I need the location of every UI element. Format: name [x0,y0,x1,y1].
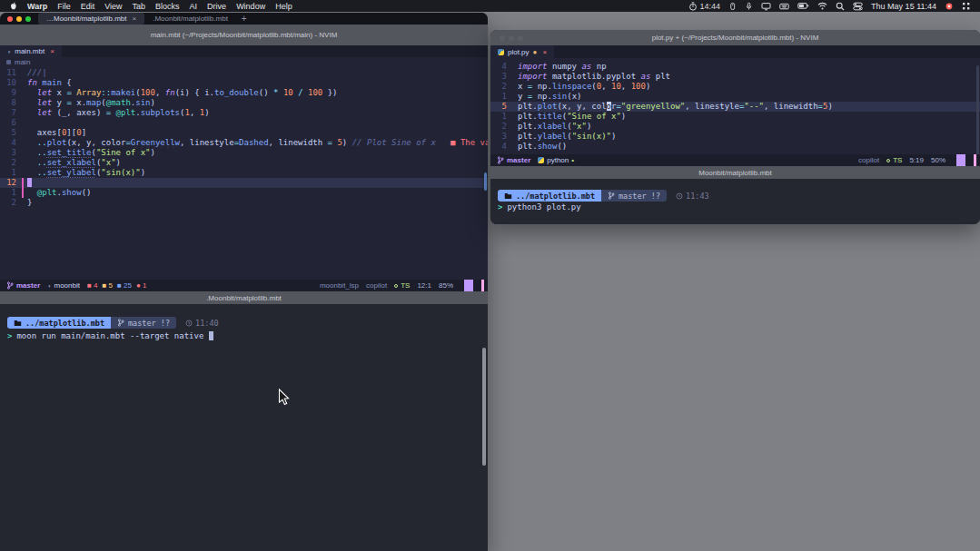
code-line[interactable]: 3 ..set_title("Sine of x") [0,148,488,158]
buffer-tab-plot-py[interactable]: plot.py ● × [490,45,554,58]
zoom-window-button [518,35,523,41]
code-line[interactable]: 12 [0,178,488,188]
menu-window[interactable]: Window [236,2,265,11]
code-line[interactable]: 8 let y = x.map(@math.sin) [0,98,488,108]
pane-title-text: Moonbit/matplotlib.mbt [698,169,771,177]
search-icon[interactable] [836,2,845,11]
buffer-tab-main-mbt[interactable]: ◗ main.mbt × [0,45,62,57]
code-line[interactable]: 4plt.show() [490,142,980,152]
editor-left[interactable]: ◗ main.mbt × main 11///|10fn main {9 let… [0,45,488,280]
line-number: 8 [0,98,22,108]
line-number: 4 [0,138,22,148]
code-line[interactable]: 11///| [0,68,488,78]
prompt-git-segment: master !? [601,190,667,202]
buffer-close-icon[interactable]: × [50,47,54,55]
editor-scrollbar-thumb[interactable] [976,65,979,154]
buffer-close-icon[interactable]: × [542,48,547,56]
code-line[interactable]: 3import matplotlib.pyplot as plt [490,72,980,82]
terminal-right[interactable]: ../matplotlib.mbt master !? 11:43 >pytho… [490,179,980,224]
python-icon [538,157,544,163]
code-line[interactable]: 2plt.xlabel("x") [490,122,980,132]
code-line[interactable]: 5 axes[0][0] [0,128,488,138]
wifi-icon[interactable] [817,2,827,10]
code-line[interactable]: 3plt.ylabel("sin(x)") [490,132,980,142]
grid-icon[interactable] [962,2,971,11]
screen-record-icon[interactable] [945,2,954,11]
menu-drive[interactable]: Drive [207,2,226,11]
cursor-position: 12:1 [417,281,431,290]
menu-clock[interactable]: Thu May 15 11:44 [871,2,936,11]
desktop: WarpFileEditViewTabBlocksAIDriveWindowHe… [0,0,980,551]
language-status: ◗ moonbit [47,281,80,290]
tab-close-icon[interactable]: × [132,15,136,23]
code-line[interactable]: 2 ..set_xlabel("x") [0,158,488,168]
code-area-left[interactable]: 11///|10fn main {9 let x = Array::makei(… [0,67,488,208]
line-number: 5 [0,128,22,138]
code-line[interactable]: 2} [0,198,488,208]
warp-tab-active[interactable]: …Moonbit/matplotlib.mbt × [38,13,144,25]
display-icon[interactable] [761,2,771,11]
menu-file[interactable]: File [57,2,71,11]
menu-ai[interactable]: AI [190,2,198,11]
prompt-path-segment: ../matplotlib.mbt [498,190,601,202]
apple-menu-icon[interactable] [9,1,17,11]
traffic-lights-inactive[interactable] [500,35,523,41]
code-line[interactable]: 10fn main { [0,78,488,88]
menu-warp[interactable]: Warp [27,2,47,11]
menu-blocks[interactable]: Blocks [155,2,180,11]
stopwatch-icon[interactable]: 14:44 [688,2,721,11]
code-line[interactable]: 1plt.title("Sine of x") [490,112,980,122]
code-line[interactable]: 4import numpy as np [490,62,980,72]
line-number: 4 [490,62,512,72]
warp-tab-inactive[interactable]: .Moonbit/matplotlib.mbt [144,13,236,25]
mode-indicator-sliver [481,280,484,291]
line-number: 3 [490,72,512,82]
git-change-sign [22,188,24,198]
prompt-path-segment: ../matplotlib.mbt [7,317,111,329]
terminal-scrollbar-thumb[interactable] [482,348,486,466]
code-line[interactable]: 7 let (_, axes) = @plt.subplots(1, 1) [0,108,488,118]
editor-right[interactable]: plot.py ● × 4import numpy as np3import m… [490,45,980,154]
code-line[interactable]: 5plt.plot(x, y, color="greenyellow", lin… [490,102,980,112]
editor-scrollbar-thumb[interactable] [484,172,487,191]
code-area-right[interactable]: 4import numpy as np3import matplotlib.py… [490,58,980,152]
line-number: 9 [0,88,22,98]
menu-help[interactable]: Help [275,2,292,11]
sign-column [22,118,27,128]
code-line[interactable]: 2x = np.linspace(0, 10, 100) [490,82,980,92]
mic-icon[interactable] [745,2,753,11]
scroll-percent: 50% [931,156,945,164]
prompt-git-segment: master !? [111,317,176,329]
close-window-button [7,16,13,22]
battery-icon[interactable] [797,2,809,10]
terminal-command-line[interactable]: >moon run main/main.mbt --target native [7,331,213,340]
bufferline-right: plot.py ● × [490,45,980,58]
code-line[interactable]: 9 let x = Array::makei(100, fn(i) { i.to… [0,88,488,98]
prompt-path: ../matplotlib.mbt [25,319,104,328]
terminal-command-line[interactable]: >python3 plot.py [498,202,581,212]
code-line[interactable]: 6 [0,118,488,128]
code-line[interactable]: 1y = np.sin(x) [490,92,980,102]
code-line[interactable]: 1 @plt.show() [0,188,488,198]
menu-edit[interactable]: Edit [81,2,95,11]
traffic-lights[interactable] [7,16,31,22]
window-title-text: main.mbt (~/Projects/Moonbit/matplotlib.… [151,31,338,39]
diagnostic-count: ■ 25 [117,281,132,290]
pane-title-text: .Moonbit/matplotlib.mbt [206,294,282,302]
keyboard-icon[interactable] [779,2,789,11]
menu-bar: WarpFileEditViewTabBlocksAIDriveWindowHe… [0,0,980,12]
new-tab-button[interactable]: + [242,14,247,24]
prompt-chevron-icon: > [498,202,502,212]
line-number: 2 [490,82,512,92]
code-line[interactable]: 1 ..set_ylabel("sin(x)") [0,168,488,178]
git-change-sign [22,178,24,188]
line-number: 1 [490,92,512,102]
prompt-time: 11:43 [676,192,709,201]
menu-view[interactable]: View [104,2,122,11]
control-center-icon[interactable] [853,2,863,11]
menu-tab[interactable]: Tab [133,2,146,11]
mouse-icon[interactable] [728,2,737,11]
code-line[interactable]: 4 ..plot(x, y, color=Greenyellw, linesty… [0,138,488,148]
terminal-left[interactable]: ../matplotlib.mbt master !? 11:40 >moon … [0,304,488,551]
menu-items: WarpFileEditViewTabBlocksAIDriveWindowHe… [27,2,292,11]
